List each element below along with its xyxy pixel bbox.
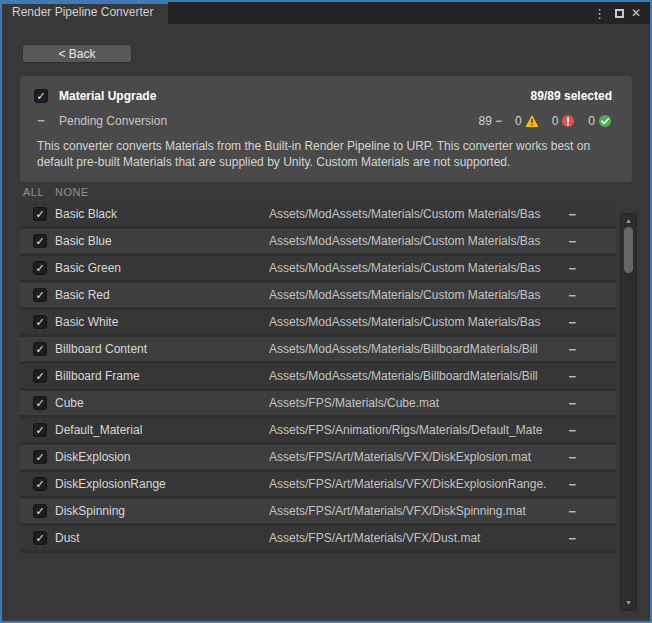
material-name: Basic Blue: [55, 234, 269, 248]
material-row[interactable]: ✓ Dust Assets/FPS/Art/Materials/VFX/Dust…: [20, 526, 616, 553]
materials-list: ✓ Basic Black Assets/ModAssets/Materials…: [20, 202, 616, 553]
material-path: Assets/FPS/Art/Materials/VFX/DiskSpinnin…: [269, 504, 568, 518]
success-count: 0: [588, 114, 595, 128]
material-path: Assets/ModAssets/Materials/BillboardMate…: [269, 342, 568, 356]
material-checkbox[interactable]: ✓: [33, 504, 47, 518]
error-icon: [561, 114, 575, 128]
success-icon: [598, 114, 612, 128]
maximize-icon[interactable]: [615, 9, 624, 18]
material-path: Assets/ModAssets/Materials/Custom Materi…: [269, 234, 568, 248]
titlebar-spacer: [168, 2, 591, 24]
material-status-icon: −: [568, 207, 576, 222]
material-name: Default_Material: [55, 423, 269, 437]
back-button[interactable]: < Back: [22, 44, 132, 63]
material-row[interactable]: ✓ Basic Red Assets/ModAssets/Materials/C…: [20, 283, 616, 310]
material-row[interactable]: ✓ Billboard Content Assets/ModAssets/Mat…: [20, 337, 616, 364]
material-status-icon: −: [568, 450, 576, 465]
converter-checkbox[interactable]: ✓: [34, 89, 48, 103]
material-row[interactable]: ✓ DiskExplosionRange Assets/FPS/Art/Mate…: [20, 472, 616, 499]
material-name: Basic Black: [55, 207, 269, 221]
material-status-icon: −: [568, 369, 576, 384]
pending-row: − Pending Conversion 89 − 0: [34, 113, 612, 128]
material-name: DiskExplosion: [55, 450, 269, 464]
material-checkbox[interactable]: ✓: [33, 261, 47, 275]
material-name: Dust: [55, 531, 269, 545]
material-checkbox[interactable]: ✓: [33, 288, 47, 302]
scroll-down-icon[interactable]: ▼: [621, 598, 636, 608]
material-name: DiskExplosionRange: [55, 477, 269, 491]
material-row[interactable]: ✓ Cube Assets/FPS/Materials/Cube.mat −: [20, 391, 616, 418]
material-status-icon: −: [568, 477, 576, 492]
material-checkbox[interactable]: ✓: [33, 477, 47, 491]
material-path: Assets/FPS/Art/Materials/VFX/DiskExplosi…: [269, 477, 568, 491]
scroll-up-icon[interactable]: ▲: [621, 216, 636, 226]
material-name: Basic White: [55, 315, 269, 329]
pending-status-icon: −: [495, 114, 502, 128]
error-count-group: 0: [552, 114, 576, 128]
warning-count: 0: [515, 114, 522, 128]
titlebar: Render Pipeline Converter ⋮ ✕: [2, 2, 650, 24]
material-path: Assets/FPS/Art/Materials/VFX/DiskExplosi…: [269, 450, 568, 464]
material-path: Assets/ModAssets/Materials/Custom Materi…: [269, 288, 568, 302]
material-status-icon: −: [568, 342, 576, 357]
material-name: Cube: [55, 396, 269, 410]
select-all-button[interactable]: ALL: [23, 186, 44, 198]
list-scrollbar[interactable]: ▲ ▼: [620, 213, 637, 611]
material-name: Billboard Content: [55, 342, 269, 356]
material-row[interactable]: ✓ Basic Green Assets/ModAssets/Materials…: [20, 256, 616, 283]
material-checkbox[interactable]: ✓: [33, 207, 47, 221]
list-controls: ALL NONE: [23, 186, 650, 198]
material-status-icon: −: [568, 261, 576, 276]
material-checkbox[interactable]: ✓: [33, 234, 47, 248]
material-row[interactable]: ✓ DiskSpinning Assets/FPS/Art/Materials/…: [20, 499, 616, 526]
close-icon[interactable]: ✕: [631, 7, 641, 19]
material-row[interactable]: ✓ Basic Black Assets/ModAssets/Materials…: [20, 202, 616, 229]
scrollbar-thumb[interactable]: [624, 227, 633, 273]
window-menu-icon[interactable]: ⋮: [591, 7, 608, 20]
material-name: Basic Red: [55, 288, 269, 302]
window-controls: ⋮ ✕: [591, 2, 650, 24]
material-row[interactable]: ✓ Billboard Frame Assets/ModAssets/Mater…: [20, 364, 616, 391]
material-row[interactable]: ✓ Default_Material Assets/FPS/Animation/…: [20, 418, 616, 445]
material-row[interactable]: ✓ Basic Blue Assets/ModAssets/Materials/…: [20, 229, 616, 256]
warning-count-group: 0: [515, 114, 539, 128]
material-checkbox[interactable]: ✓: [33, 396, 47, 410]
material-checkbox[interactable]: ✓: [33, 531, 47, 545]
material-status-icon: −: [568, 531, 576, 546]
warning-icon: [525, 114, 539, 128]
material-path: Assets/FPS/Materials/Cube.mat: [269, 396, 568, 410]
material-status-icon: −: [568, 288, 576, 303]
tab-render-pipeline-converter[interactable]: Render Pipeline Converter: [2, 2, 168, 24]
material-checkbox[interactable]: ✓: [33, 423, 47, 437]
material-path: Assets/ModAssets/Materials/Custom Materi…: [269, 207, 568, 221]
pending-count-group: 89 −: [479, 114, 502, 128]
material-row[interactable]: ✓ DiskExplosion Assets/FPS/Art/Materials…: [20, 445, 616, 472]
material-path: Assets/ModAssets/Materials/Custom Materi…: [269, 315, 568, 329]
pending-count: 89: [479, 114, 492, 128]
converter-header-row: ✓ Material Upgrade 89/89 selected: [34, 89, 612, 103]
material-row[interactable]: ✓ Basic White Assets/ModAssets/Materials…: [20, 310, 616, 337]
material-checkbox[interactable]: ✓: [33, 369, 47, 383]
material-name: Basic Green: [55, 261, 269, 275]
pending-conversion-label: Pending Conversion: [59, 114, 167, 128]
success-count-group: 0: [588, 114, 612, 128]
material-checkbox[interactable]: ✓: [33, 450, 47, 464]
render-pipeline-converter-window: Render Pipeline Converter ⋮ ✕ < Back ✓ M…: [0, 0, 652, 623]
material-status-icon: −: [568, 396, 576, 411]
material-status-icon: −: [568, 234, 576, 249]
selected-count-label: 89/89 selected: [531, 89, 612, 103]
material-name: DiskSpinning: [55, 504, 269, 518]
material-path: Assets/FPS/Art/Materials/VFX/Dust.mat: [269, 531, 568, 545]
converter-description: This converter converts Materials from t…: [37, 138, 612, 170]
select-none-button[interactable]: NONE: [55, 186, 89, 198]
converter-panel: ✓ Material Upgrade 89/89 selected − Pend…: [20, 76, 632, 182]
material-status-icon: −: [568, 423, 576, 438]
material-checkbox[interactable]: ✓: [33, 342, 47, 356]
converter-name: Material Upgrade: [59, 89, 156, 103]
status-counts: 89 − 0 0: [470, 114, 612, 128]
material-path: Assets/ModAssets/Materials/Custom Materi…: [269, 261, 568, 275]
material-checkbox[interactable]: ✓: [33, 315, 47, 329]
material-status-icon: −: [568, 315, 576, 330]
material-name: Billboard Frame: [55, 369, 269, 383]
error-count: 0: [552, 114, 559, 128]
